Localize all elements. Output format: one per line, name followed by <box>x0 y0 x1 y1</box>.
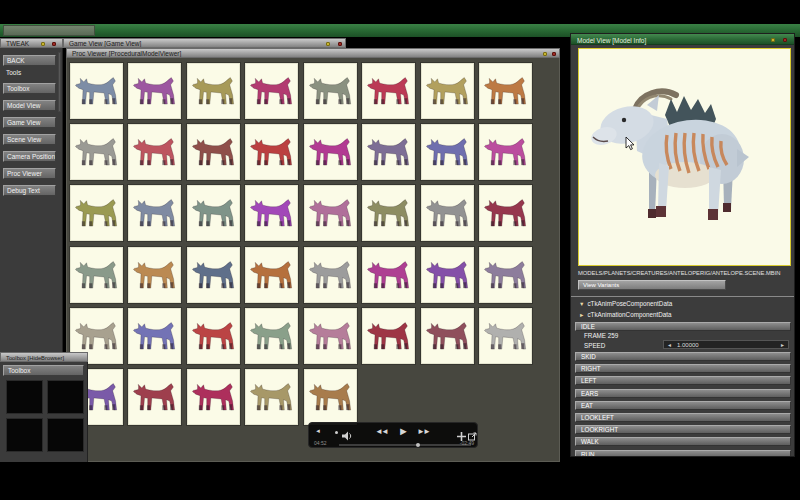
close-icon[interactable] <box>338 42 342 46</box>
creature-thumbnail[interactable] <box>70 124 123 180</box>
animation-item-ears[interactable]: EARS <box>575 389 791 398</box>
creature-thumbnail[interactable] <box>479 185 532 241</box>
creature-thumbnail[interactable] <box>187 308 240 364</box>
creature-thumbnail[interactable] <box>245 308 298 364</box>
animation-item-right[interactable]: RIGHT <box>575 364 791 373</box>
close-icon[interactable] <box>52 42 56 46</box>
creature-thumbnail[interactable] <box>304 124 357 180</box>
component-row-animation[interactable]: ►cTkAnimationComponentData <box>579 310 789 320</box>
animation-item-walk[interactable]: WALK <box>575 437 791 446</box>
close-icon[interactable] <box>783 38 787 42</box>
toolbox-slot[interactable] <box>47 380 84 414</box>
view-variants-button[interactable]: View Variants <box>578 280 726 290</box>
creature-thumbnail[interactable] <box>128 308 181 364</box>
speed-spinner[interactable]: ◄ 1.00000 ► <box>663 340 789 349</box>
creature-thumbnail[interactable] <box>421 308 474 364</box>
sidebar-item-proc-viewer[interactable]: Proc Viewer <box>3 168 56 179</box>
creature-thumbnail[interactable] <box>128 124 181 180</box>
creature-thumbnail[interactable] <box>128 247 181 303</box>
animation-header-idle[interactable]: IDLE <box>575 322 791 331</box>
creature-thumbnail[interactable] <box>70 63 123 119</box>
toolbox-slot[interactable] <box>47 418 84 452</box>
creature-thumbnail[interactable] <box>187 124 240 180</box>
creature-thumbnail[interactable] <box>70 185 123 241</box>
animation-item-lookright[interactable]: LOOKRIGHT <box>575 425 791 434</box>
previous-icon[interactable]: ◄ <box>315 428 321 434</box>
model-view-titlebar[interactable]: Model View [Model Info] <box>570 33 795 45</box>
creature-thumbnail[interactable] <box>245 247 298 303</box>
animation-item-run[interactable]: RUN <box>575 450 791 458</box>
creature-thumbnail[interactable] <box>245 369 298 425</box>
top-tab[interactable] <box>3 25 95 36</box>
component-row-animpose[interactable]: ▼cTkAnimPoseComponentData <box>579 299 789 309</box>
creature-silhouette <box>366 197 412 233</box>
creature-thumbnail[interactable] <box>362 124 415 180</box>
tweak-scrollbar[interactable] <box>58 52 61 112</box>
record-dot-icon[interactable] <box>335 431 338 434</box>
creature-thumbnail[interactable] <box>304 369 357 425</box>
creature-thumbnail[interactable] <box>128 63 181 119</box>
close-icon[interactable] <box>552 52 556 56</box>
speed-value[interactable]: 1.00000 <box>677 342 699 349</box>
creature-thumbnail[interactable] <box>479 247 532 303</box>
minimize-icon[interactable] <box>543 52 547 56</box>
creature-thumbnail[interactable] <box>245 63 298 119</box>
toolbox-slot[interactable] <box>6 418 43 452</box>
collapse-icon[interactable]: ▼ <box>579 301 584 307</box>
minimize-icon[interactable] <box>326 42 330 46</box>
creature-thumbnail[interactable] <box>70 247 123 303</box>
creature-thumbnail[interactable] <box>421 124 474 180</box>
sidebar-item-model-view[interactable]: Model View <box>3 100 56 111</box>
creature-thumbnail[interactable] <box>128 185 181 241</box>
game-view-titlebar[interactable]: Game View [Game View] <box>63 38 346 48</box>
rewind-icon[interactable]: ◄◄ <box>375 427 387 436</box>
sidebar-item-toolbox[interactable]: Toolbox <box>3 83 56 94</box>
animation-item-skid[interactable]: SKID <box>575 352 791 361</box>
tweak-titlebar[interactable]: TWEAK <box>0 38 63 48</box>
seek-bar[interactable] <box>339 444 471 446</box>
expand-icon[interactable]: ► <box>579 312 584 318</box>
creature-thumbnail[interactable] <box>421 185 474 241</box>
sidebar-item-game-view[interactable]: Game View <box>3 117 56 128</box>
volume-icon[interactable] <box>342 427 353 445</box>
creature-thumbnail[interactable] <box>362 185 415 241</box>
creature-thumbnail[interactable] <box>245 124 298 180</box>
minimize-icon[interactable] <box>771 38 775 42</box>
creature-thumbnail[interactable] <box>362 63 415 119</box>
animation-item-eat[interactable]: EAT <box>575 401 791 410</box>
minimize-icon[interactable] <box>41 42 45 46</box>
toolbox-slot[interactable] <box>6 380 43 414</box>
model-3d-viewport[interactable] <box>578 48 791 266</box>
back-button[interactable]: BACK <box>3 55 56 66</box>
creature-thumbnail[interactable] <box>421 247 474 303</box>
animation-item-lookleft[interactable]: LOOKLEFT <box>575 413 791 422</box>
sidebar-item-debug-text[interactable]: Debug Text <box>3 185 56 196</box>
seek-thumb[interactable] <box>416 443 420 447</box>
creature-thumbnail[interactable] <box>362 247 415 303</box>
spinner-left-icon[interactable]: ◄ <box>667 342 672 349</box>
creature-thumbnail[interactable] <box>245 185 298 241</box>
spinner-right-icon[interactable]: ► <box>780 342 785 349</box>
creature-thumbnail[interactable] <box>304 63 357 119</box>
creature-thumbnail[interactable] <box>187 63 240 119</box>
proc-viewer-titlebar[interactable]: Proc Viewer [ProceduralModelViewer] <box>66 48 560 58</box>
creature-thumbnail[interactable] <box>479 308 532 364</box>
sidebar-item-scene-view[interactable]: Scene View <box>3 134 56 145</box>
creature-thumbnail[interactable] <box>479 124 532 180</box>
fast-forward-icon[interactable]: ►► <box>417 427 429 436</box>
creature-thumbnail[interactable] <box>304 247 357 303</box>
creature-thumbnail[interactable] <box>187 369 240 425</box>
sidebar-item-camera-position[interactable]: Camera Position <box>3 151 56 162</box>
creature-thumbnail[interactable] <box>187 247 240 303</box>
creature-thumbnail[interactable] <box>128 369 181 425</box>
creature-thumbnail[interactable] <box>187 185 240 241</box>
play-icon[interactable]: ► <box>398 425 409 437</box>
creature-thumbnail[interactable] <box>304 308 357 364</box>
animation-item-left[interactable]: LEFT <box>575 376 791 385</box>
creature-thumbnail[interactable] <box>304 185 357 241</box>
creature-thumbnail[interactable] <box>479 63 532 119</box>
toolbox-titlebar[interactable]: Toolbox [HideBrowser] <box>0 352 88 362</box>
creature-thumbnail[interactable] <box>421 63 474 119</box>
toolbox-button[interactable]: Toolbox <box>3 365 84 376</box>
creature-thumbnail[interactable] <box>362 308 415 364</box>
